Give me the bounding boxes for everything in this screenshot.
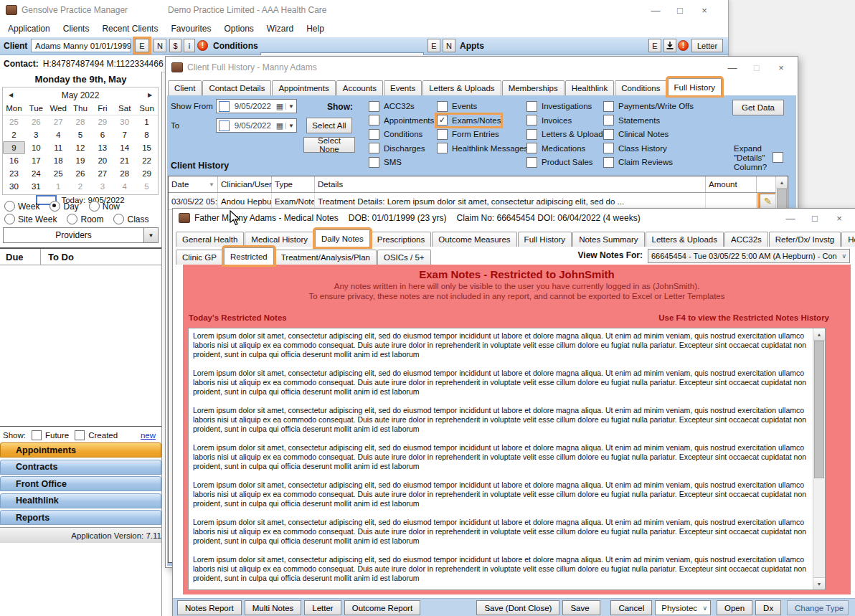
menu-item-wizard[interactable]: Wizard (260, 24, 300, 34)
radio-week[interactable]: Week (4, 201, 39, 212)
tab-daily-notes[interactable]: Daily Notes (315, 229, 370, 247)
radio-day[interactable]: Day (49, 201, 78, 212)
filter-checkbox-payments-write-offs[interactable]: Payments/Write Offs (603, 100, 694, 112)
cancel-button[interactable]: Cancel (610, 600, 652, 615)
date-enable-checkbox[interactable] (219, 101, 230, 112)
calendar-day[interactable]: 28 (113, 167, 136, 180)
expand-details-checkbox[interactable] (773, 152, 783, 163)
calendar-day[interactable]: 30 (113, 115, 136, 128)
calendar-day[interactable]: 10 (25, 141, 47, 154)
calendar-day[interactable]: 28 (70, 115, 92, 128)
calendar-day[interactable]: 3 (91, 180, 113, 193)
calendar-day[interactable]: 27 (91, 167, 113, 180)
toolbar-button-e[interactable]: E (427, 39, 440, 52)
calendar-day[interactable]: 29 (91, 115, 113, 128)
filter-checkbox-healthlink-messages[interactable]: Healthlink Messages (437, 143, 528, 154)
grid-col-header-date[interactable]: Date▼ (169, 176, 218, 192)
filter-checkbox-medications[interactable]: Medications (526, 143, 585, 154)
tab-full-history[interactable]: Full History (518, 232, 572, 247)
calendar-next-icon[interactable]: ▶ (142, 92, 158, 98)
menu-item-options[interactable]: Options (217, 24, 260, 34)
scroll-up-icon[interactable]: ▲ (776, 176, 788, 189)
maximize-icon[interactable]: □ (668, 0, 692, 20)
footer-button-outcome-report[interactable]: Outcome Report (344, 600, 420, 615)
calendar-day[interactable]: 14 (113, 141, 136, 154)
filter-checkbox-class-history[interactable]: Class History (603, 143, 667, 154)
checkbox-future[interactable] (32, 430, 42, 440)
grid-col-header-clinician-user[interactable]: Clinician/User (218, 176, 272, 192)
tab-contact-details[interactable]: Contact Details (202, 80, 271, 95)
toolbar-button-e[interactable]: E (648, 39, 661, 52)
tab-accounts[interactable]: Accounts (336, 80, 383, 95)
providers-dropdown[interactable]: Providers ▼ (3, 227, 159, 243)
grid-col-header-type[interactable]: Type (272, 176, 315, 192)
calendar-day[interactable]: 4 (113, 180, 136, 193)
tab-medical-history[interactable]: Medical History (245, 232, 314, 247)
toolbar-button-i[interactable]: i (184, 39, 195, 52)
minimize-icon[interactable]: — (720, 57, 745, 78)
filter-checkbox-investigations[interactable]: Investigations (526, 100, 592, 112)
footer-button-dx[interactable]: Dx (755, 600, 781, 615)
calendar-day[interactable]: 12 (70, 141, 92, 154)
filter-checkbox-appointments[interactable]: Appointments (369, 115, 434, 126)
calendar-day[interactable]: 13 (91, 141, 113, 154)
calendar-day-selected[interactable]: 9 (3, 141, 25, 154)
calendar-prev-icon[interactable]: ◀ (3, 92, 19, 98)
filter-checkbox-events[interactable]: Events (437, 100, 477, 112)
minimize-icon[interactable]: — (643, 0, 668, 20)
view-notes-for-combo[interactable]: 66645454 - Tue 03/05/22 5:00 AM (A Hepbu… (648, 249, 850, 263)
minimize-icon[interactable]: — (778, 209, 803, 227)
calendar-day[interactable]: 19 (70, 154, 92, 167)
close-icon[interactable]: × (692, 0, 717, 20)
calendar-day[interactable]: 26 (70, 167, 92, 180)
notes-scrollbar[interactable]: ▲ ▼ (813, 328, 825, 589)
calendar-day[interactable]: 3 (25, 128, 47, 141)
footer-button-letter[interactable]: Letter (304, 600, 341, 615)
calendar-day[interactable]: 11 (47, 141, 70, 154)
menu-item-application[interactable]: Application (1, 24, 57, 34)
tab-conditions[interactable]: Conditions (615, 80, 666, 95)
filter-checkbox-sms[interactable]: SMS (369, 156, 402, 168)
alert-icon[interactable]: ! (197, 40, 208, 51)
client-combo[interactable]: Adams Manny 01/01/1999 ∨ (31, 39, 131, 52)
scroll-down-icon[interactable]: ▼ (813, 577, 825, 589)
calendar-day[interactable]: 27 (47, 115, 70, 128)
date-enable-checkbox[interactable] (219, 120, 230, 131)
chevron-down-icon[interactable]: ▼ (285, 103, 294, 110)
get-data-button[interactable]: Get Data (732, 100, 784, 115)
radio-now[interactable]: Now (89, 201, 120, 212)
subtab-osics-5[interactable]: OSICs / 5+ (377, 250, 431, 265)
calendar-day[interactable]: 25 (3, 115, 25, 128)
grid-col-header-amount[interactable]: Amount (706, 176, 757, 192)
subtab-restricted[interactable]: Restricted (224, 247, 274, 265)
tab-notes-summary[interactable]: Notes Summary (572, 232, 644, 247)
footer-button-save-dont-close[interactable]: Save (Dont Close) (476, 600, 559, 615)
nav-appointments[interactable]: Appointments (0, 442, 161, 458)
calendar-day[interactable]: 22 (136, 154, 158, 167)
tab-appointments[interactable]: Appointments (272, 80, 335, 95)
toolbar-button-[interactable]: $ (169, 39, 181, 52)
menu-item-recent-clients[interactable]: Recent Clients (95, 24, 164, 34)
radio-class[interactable]: Class (113, 214, 148, 224)
scrollbar-thumb[interactable] (814, 341, 824, 478)
close-icon[interactable]: × (827, 209, 851, 227)
toolbar-button-e[interactable]: E (135, 39, 149, 52)
filter-checkbox-letters-uploads[interactable]: Letters & Uploads (526, 128, 607, 140)
filter-checkbox-exams-notes[interactable]: ✓Exams/Notes (437, 115, 501, 126)
chevron-down-icon[interactable]: ▼ (285, 123, 294, 129)
close-icon[interactable]: × (769, 57, 793, 78)
show-from-datepicker[interactable]: 9/05/2022 ▦ ▼ (216, 99, 297, 113)
calendar-day[interactable]: 8 (136, 128, 158, 141)
physiotec-dropdown[interactable]: Physiotec∨ (655, 600, 711, 615)
tab-outcome-measures[interactable]: Outcome Measures (432, 232, 516, 247)
calendar-day[interactable]: 15 (136, 141, 158, 154)
grid-col-header-details[interactable]: Details (315, 176, 706, 192)
filter-checkbox-form-entries[interactable]: Form Entries (437, 128, 499, 140)
filter-checkbox-product-sales[interactable]: Product Sales (526, 156, 593, 168)
menu-item-favourites[interactable]: Favourites (164, 24, 217, 34)
footer-button-notes-report[interactable]: Notes Report (177, 600, 242, 615)
tab-letters-uploads[interactable]: Letters & Uploads (646, 232, 724, 247)
calendar-day[interactable]: 17 (25, 154, 47, 167)
calendar-day[interactable]: 21 (113, 154, 136, 167)
calendar-day[interactable]: 2 (3, 128, 25, 141)
